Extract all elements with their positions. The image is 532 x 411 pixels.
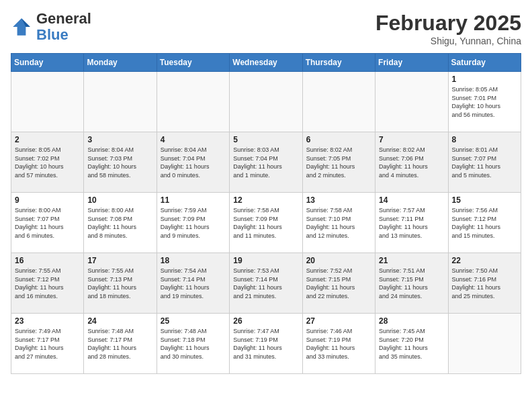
calendar-cell: [157, 72, 229, 132]
day-number: 10: [87, 195, 152, 205]
calendar-cell: 3Sunrise: 8:04 AM Sunset: 7:03 PM Daylig…: [84, 132, 157, 193]
day-number: 3: [87, 135, 152, 144]
title-area: February 2025 Shigu, Yunnan, China: [375, 11, 521, 46]
day-number: 24: [87, 316, 152, 326]
day-number: 9: [15, 195, 80, 205]
day-number: 16: [15, 256, 80, 265]
day-info: Sunrise: 8:04 AM Sunset: 7:04 PM Dayligh…: [161, 146, 226, 179]
day-header-tuesday: Tuesday: [157, 54, 229, 72]
day-number: 11: [161, 195, 226, 205]
day-info: Sunrise: 7:58 AM Sunset: 7:10 PM Dayligh…: [306, 206, 371, 240]
week-row-3: 9Sunrise: 8:00 AM Sunset: 7:07 PM Daylig…: [11, 193, 521, 253]
logo-text: General Blue: [36, 11, 91, 43]
calendar-table: SundayMondayTuesdayWednesdayThursdayFrid…: [11, 53, 521, 374]
day-info: Sunrise: 8:00 AM Sunset: 7:07 PM Dayligh…: [15, 206, 80, 240]
day-number: 12: [233, 195, 298, 205]
calendar-cell: [230, 72, 302, 132]
day-number: 19: [233, 256, 298, 265]
day-info: Sunrise: 8:05 AM Sunset: 7:02 PM Dayligh…: [15, 146, 80, 179]
calendar-cell: 12Sunrise: 7:58 AM Sunset: 7:09 PM Dayli…: [230, 193, 302, 253]
day-info: Sunrise: 7:48 AM Sunset: 7:18 PM Dayligh…: [161, 327, 226, 361]
calendar-cell: 6Sunrise: 8:02 AM Sunset: 7:05 PM Daylig…: [302, 132, 375, 193]
day-header-friday: Friday: [375, 54, 448, 72]
calendar-cell: 8Sunrise: 8:01 AM Sunset: 7:07 PM Daylig…: [448, 132, 521, 193]
day-info: Sunrise: 7:56 AM Sunset: 7:12 PM Dayligh…: [452, 206, 517, 240]
day-info: Sunrise: 8:00 AM Sunset: 7:08 PM Dayligh…: [87, 206, 152, 240]
day-number: 28: [379, 316, 444, 326]
calendar-body: 1Sunrise: 8:05 AM Sunset: 7:01 PM Daylig…: [11, 72, 521, 374]
calendar-cell: 14Sunrise: 7:57 AM Sunset: 7:11 PM Dayli…: [375, 193, 448, 253]
day-number: 17: [87, 256, 152, 265]
week-row-5: 23Sunrise: 7:49 AM Sunset: 7:17 PM Dayli…: [11, 314, 521, 374]
calendar-cell: [302, 72, 375, 132]
day-number: 15: [452, 195, 517, 205]
week-row-2: 2Sunrise: 8:05 AM Sunset: 7:02 PM Daylig…: [11, 132, 521, 193]
calendar-cell: 26Sunrise: 7:47 AM Sunset: 7:19 PM Dayli…: [230, 314, 302, 374]
day-info: Sunrise: 7:50 AM Sunset: 7:16 PM Dayligh…: [452, 267, 517, 300]
day-number: 6: [306, 135, 371, 144]
day-info: Sunrise: 7:55 AM Sunset: 7:12 PM Dayligh…: [15, 267, 80, 300]
day-info: Sunrise: 7:53 AM Sunset: 7:14 PM Dayligh…: [233, 267, 298, 300]
day-number: 21: [379, 256, 444, 265]
day-info: Sunrise: 8:02 AM Sunset: 7:05 PM Dayligh…: [306, 146, 371, 179]
calendar-cell: 10Sunrise: 8:00 AM Sunset: 7:08 PM Dayli…: [84, 193, 157, 253]
calendar-cell: 9Sunrise: 8:00 AM Sunset: 7:07 PM Daylig…: [11, 193, 84, 253]
calendar-cell: 16Sunrise: 7:55 AM Sunset: 7:12 PM Dayli…: [11, 253, 84, 314]
day-info: Sunrise: 7:45 AM Sunset: 7:20 PM Dayligh…: [379, 327, 444, 361]
day-number: 26: [233, 316, 298, 326]
calendar-cell: [84, 72, 157, 132]
day-header-wednesday: Wednesday: [230, 54, 302, 72]
calendar-cell: 5Sunrise: 8:03 AM Sunset: 7:04 PM Daylig…: [230, 132, 302, 193]
calendar-cell: 27Sunrise: 7:46 AM Sunset: 7:19 PM Dayli…: [302, 314, 375, 374]
calendar-cell: [375, 72, 448, 132]
calendar-cell: 23Sunrise: 7:49 AM Sunset: 7:17 PM Dayli…: [11, 314, 84, 374]
logo: General Blue: [11, 11, 91, 43]
day-number: 22: [452, 256, 517, 265]
calendar-header-row: SundayMondayTuesdayWednesdayThursdayFrid…: [11, 54, 521, 72]
logo-icon: [11, 16, 32, 38]
calendar-cell: [11, 72, 84, 132]
day-number: 18: [161, 256, 226, 265]
calendar-subtitle: Shigu, Yunnan, China: [375, 36, 521, 46]
day-number: 25: [161, 316, 226, 326]
day-number: 20: [306, 256, 371, 265]
calendar-cell: 24Sunrise: 7:48 AM Sunset: 7:17 PM Dayli…: [84, 314, 157, 374]
calendar-cell: 2Sunrise: 8:05 AM Sunset: 7:02 PM Daylig…: [11, 132, 84, 193]
day-number: 23: [15, 316, 80, 326]
day-number: 14: [379, 195, 444, 205]
calendar-cell: [448, 314, 521, 374]
calendar-cell: 28Sunrise: 7:45 AM Sunset: 7:20 PM Dayli…: [375, 314, 448, 374]
week-row-4: 16Sunrise: 7:55 AM Sunset: 7:12 PM Dayli…: [11, 253, 521, 314]
day-info: Sunrise: 8:04 AM Sunset: 7:03 PM Dayligh…: [87, 146, 152, 179]
calendar-cell: 22Sunrise: 7:50 AM Sunset: 7:16 PM Dayli…: [448, 253, 521, 314]
calendar-cell: 15Sunrise: 7:56 AM Sunset: 7:12 PM Dayli…: [448, 193, 521, 253]
day-info: Sunrise: 7:55 AM Sunset: 7:13 PM Dayligh…: [87, 267, 152, 300]
calendar-cell: 7Sunrise: 8:02 AM Sunset: 7:06 PM Daylig…: [375, 132, 448, 193]
calendar-cell: 25Sunrise: 7:48 AM Sunset: 7:18 PM Dayli…: [157, 314, 229, 374]
calendar-cell: 18Sunrise: 7:54 AM Sunset: 7:14 PM Dayli…: [157, 253, 229, 314]
day-info: Sunrise: 7:59 AM Sunset: 7:09 PM Dayligh…: [161, 206, 226, 240]
week-row-1: 1Sunrise: 8:05 AM Sunset: 7:01 PM Daylig…: [11, 72, 521, 132]
calendar-cell: 13Sunrise: 7:58 AM Sunset: 7:10 PM Dayli…: [302, 193, 375, 253]
calendar-cell: 17Sunrise: 7:55 AM Sunset: 7:13 PM Dayli…: [84, 253, 157, 314]
calendar-title: February 2025: [375, 11, 521, 36]
day-header-monday: Monday: [84, 54, 157, 72]
day-header-sunday: Sunday: [11, 54, 84, 72]
calendar-cell: 4Sunrise: 8:04 AM Sunset: 7:04 PM Daylig…: [157, 132, 229, 193]
day-info: Sunrise: 7:49 AM Sunset: 7:17 PM Dayligh…: [15, 327, 80, 361]
day-header-thursday: Thursday: [302, 54, 375, 72]
day-info: Sunrise: 7:58 AM Sunset: 7:09 PM Dayligh…: [233, 206, 298, 240]
day-number: 4: [161, 135, 226, 144]
header: General Blue February 2025 Shigu, Yunnan…: [11, 11, 521, 46]
calendar-cell: 11Sunrise: 7:59 AM Sunset: 7:09 PM Dayli…: [157, 193, 229, 253]
day-header-saturday: Saturday: [448, 54, 521, 72]
calendar-cell: 19Sunrise: 7:53 AM Sunset: 7:14 PM Dayli…: [230, 253, 302, 314]
calendar-cell: 20Sunrise: 7:52 AM Sunset: 7:15 PM Dayli…: [302, 253, 375, 314]
day-info: Sunrise: 7:57 AM Sunset: 7:11 PM Dayligh…: [379, 206, 444, 240]
day-number: 7: [379, 135, 444, 144]
day-info: Sunrise: 7:47 AM Sunset: 7:19 PM Dayligh…: [233, 327, 298, 361]
day-info: Sunrise: 8:01 AM Sunset: 7:07 PM Dayligh…: [452, 146, 517, 179]
calendar-cell: 1Sunrise: 8:05 AM Sunset: 7:01 PM Daylig…: [448, 72, 521, 132]
day-info: Sunrise: 7:54 AM Sunset: 7:14 PM Dayligh…: [161, 267, 226, 300]
day-info: Sunrise: 8:02 AM Sunset: 7:06 PM Dayligh…: [379, 146, 444, 179]
